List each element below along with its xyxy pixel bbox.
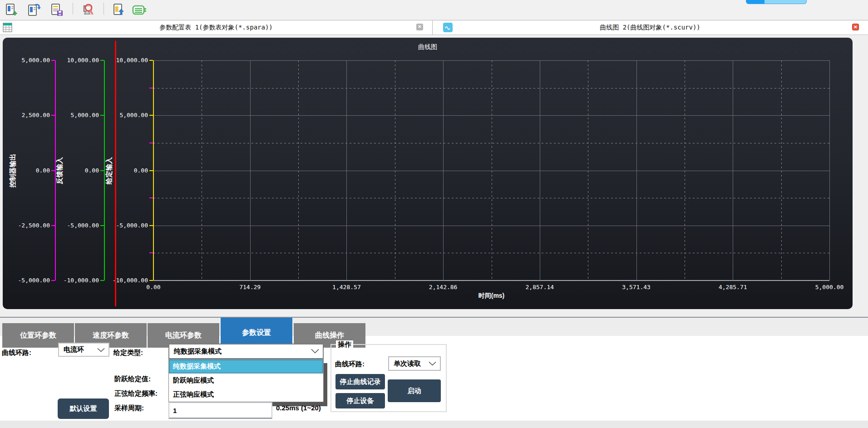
y-axis-tick <box>149 60 153 61</box>
toolbar <box>0 0 868 20</box>
x-tick-label: 4,285.71 <box>710 284 755 290</box>
x-tick-label: 5,000.00 <box>807 284 852 290</box>
y-axis-minor-tick <box>149 143 153 143</box>
y-axis-tick <box>100 170 104 171</box>
x-axis-title: 时间(ms) <box>478 292 505 300</box>
y-tick-label: 5,000.00 <box>106 112 148 118</box>
x-tick-label: 714.29 <box>227 284 273 290</box>
y-axis-minor-tick <box>149 197 153 198</box>
y-axis-tick <box>100 225 104 226</box>
gridline-vertical <box>636 60 637 280</box>
y-axis-tick <box>100 280 104 281</box>
y-tick-label: 10,000.00 <box>57 57 99 64</box>
gridline-vertical <box>540 60 540 280</box>
y-axis-tick <box>51 170 55 171</box>
y-axis-tick <box>51 225 55 226</box>
refresh-table-icon[interactable] <box>26 2 42 18</box>
gridline-vertical-dashed <box>588 60 588 280</box>
save-table-icon[interactable] <box>49 2 64 18</box>
sine-freq-label: 正弦给定频率: <box>114 389 158 398</box>
gridline-vertical-dashed <box>492 60 492 280</box>
given-type-select[interactable]: 纯数据采集模式 <box>168 344 324 359</box>
dropdown-option-step[interactable]: 阶跃响应模式 <box>169 374 323 388</box>
gridline-vertical-dashed <box>395 60 395 280</box>
start-button[interactable]: 启动 <box>388 379 441 402</box>
dropdown-option-sine[interactable]: 正弦响应模式 <box>169 388 323 402</box>
y-axis-minor-tick <box>149 252 153 253</box>
motor-icon[interactable] <box>132 2 148 18</box>
x-tick-label: 3,571.43 <box>614 284 659 290</box>
sample-period-label: 采样周期: <box>114 404 144 413</box>
x-tick-label: 1,428.57 <box>324 284 369 290</box>
y-axis-minor-tick <box>149 88 153 89</box>
y-tick-label: 5,000.00 <box>8 57 50 64</box>
window-tab-title: 参数配置表 1(参数表对象(*.spara)) <box>0 24 432 32</box>
y-tick-label: -5,000.00 <box>57 222 99 229</box>
y-axis-tick <box>149 280 153 281</box>
y-tick-label: -10,000.00 <box>106 277 148 284</box>
window-tab-param-table[interactable]: 参数配置表 1(参数表对象(*.spara)) ✕ <box>0 20 432 34</box>
op-curve-loop-label: 曲线环路: <box>335 360 365 369</box>
cursor-line <box>115 41 116 306</box>
gridline-vertical-dashed <box>298 60 299 280</box>
read-mode-value: 单次读取 <box>394 359 421 368</box>
connection-progress-widget[interactable] <box>746 0 807 4</box>
y-axis-tick <box>149 115 153 116</box>
stop-device-button[interactable]: 停止设备 <box>335 393 385 408</box>
chart-title: 曲线图 <box>3 43 853 51</box>
curve-chart-panel[interactable]: 曲线图5,000.002,500.000.00-2,500.00-5,000.0… <box>3 38 853 309</box>
given-type-value: 纯数据采集模式 <box>174 347 222 356</box>
y-tick-label: 2,500.00 <box>8 112 50 118</box>
y-axis-tick <box>149 170 153 171</box>
sample-period-hint: 0.25ms (1~20) <box>276 404 321 412</box>
y-tick-label: -2,500.00 <box>8 222 50 229</box>
y-axis-title: 给定输入 <box>105 157 113 184</box>
y-axis-tick <box>149 225 153 226</box>
toolbar-separator <box>104 3 104 15</box>
search-device-icon[interactable] <box>81 2 96 18</box>
stop-curve-record-button[interactable]: 停止曲线记录 <box>335 374 385 389</box>
step-value-label: 阶跃给定值: <box>114 375 151 384</box>
gridline-vertical-dashed <box>202 60 202 280</box>
y-axis-tick <box>51 60 55 61</box>
y-axis-title: 反馈输入 <box>55 157 64 184</box>
default-settings-button[interactable]: 默认设置 <box>58 398 109 419</box>
y-axis-line <box>153 60 154 280</box>
operation-legend: 操作 <box>336 340 353 349</box>
x-tick-label: 2,857.14 <box>517 284 562 290</box>
y-tick-label: -5,000.00 <box>106 222 148 229</box>
y-tick-label: 10,000.00 <box>106 57 148 64</box>
chevron-down-icon <box>97 346 105 354</box>
status-strip <box>0 420 868 428</box>
curve-loop-select[interactable]: 电流环 <box>58 343 109 357</box>
window-tab-curve[interactable]: 曲线图 2(曲线图对象(*.scurv)) ✕ <box>432 20 868 34</box>
gridline-vertical <box>346 60 347 280</box>
gridline-vertical <box>733 60 733 280</box>
close-icon[interactable]: ✕ <box>416 24 423 30</box>
sample-period-input[interactable] <box>168 402 272 419</box>
given-type-dropdown-list: 纯数据采集模式 阶跃响应模式 正弦响应模式 <box>168 359 324 402</box>
toolbar-separator <box>73 3 73 15</box>
window-tab-bar: 参数配置表 1(参数表对象(*.spara)) ✕ 曲线图 2(曲线图对象(*.… <box>0 20 868 35</box>
y-axis-tick <box>51 280 55 281</box>
curve-loop-value: 电流环 <box>64 345 84 354</box>
x-tick-label: 2,142.86 <box>420 284 466 290</box>
curve-loop-label: 曲线环路: <box>2 349 31 357</box>
gridline-vertical <box>829 60 830 280</box>
dropdown-option-pure-data[interactable]: 纯数据采集模式 <box>169 359 323 374</box>
gridline-vertical <box>443 60 444 280</box>
given-type-label: 给定类型: <box>113 349 143 357</box>
window-tab-title: 曲线图 2(曲线图对象(*.scurv)) <box>432 24 868 32</box>
new-table-icon[interactable] <box>4 2 19 18</box>
read-mode-select[interactable]: 单次读取 <box>388 356 441 371</box>
gridline-vertical-dashed <box>781 60 782 280</box>
param-tab-strip: 位置环参数 速度环参数 电流环参数 参数设置 曲线操作 <box>0 317 868 348</box>
y-tick-label: -5,000.00 <box>8 277 50 284</box>
gridline-vertical-dashed <box>685 60 685 280</box>
y-tick-label: 5,000.00 <box>57 112 99 118</box>
upload-params-icon[interactable] <box>110 2 126 18</box>
y-axis-tick <box>100 115 104 116</box>
close-icon[interactable]: ✕ <box>852 24 859 30</box>
y-axis-title: 控制器输出 <box>9 153 17 187</box>
chevron-down-icon <box>429 360 436 368</box>
